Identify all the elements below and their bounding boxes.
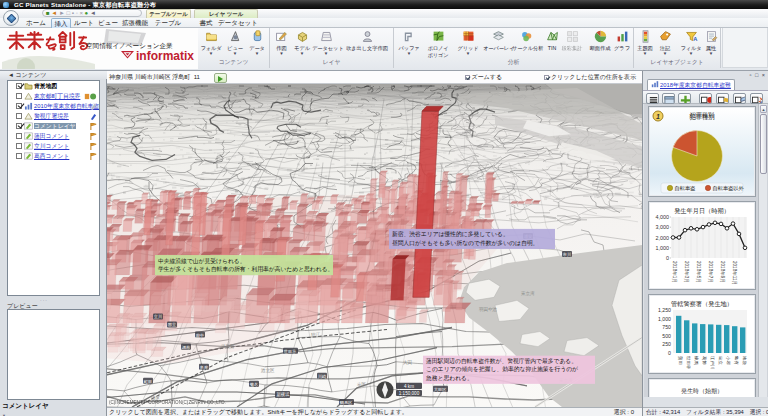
svg-text:4 km: 4 km	[404, 384, 414, 389]
svg-text:750: 750	[662, 324, 671, 330]
svg-text:informatix: informatix	[136, 49, 194, 63]
svg-text:亀有: 亀有	[734, 356, 739, 365]
svg-text:2,000: 2,000	[656, 235, 670, 241]
svg-text:港北区: 港北区	[260, 367, 275, 373]
svg-text:1,250: 1,250	[658, 307, 671, 313]
svg-text:国立: 国立	[168, 322, 177, 327]
svg-text:自転車盗: 自転車盗	[675, 185, 697, 192]
svg-text:自転車盗以外: 自転車盗以外	[713, 185, 745, 192]
svg-text:市川: 市川	[563, 252, 571, 257]
svg-text:川崎: 川崎	[318, 374, 327, 379]
svg-text:発生年月日（時期）: 発生年月日（時期）	[674, 207, 730, 215]
svg-text:新横浜: 新横浜	[276, 392, 290, 397]
svg-text:世田谷: 世田谷	[686, 356, 691, 370]
svg-text:菊名: 菊名	[250, 382, 258, 387]
svg-text:大田: 大田	[403, 360, 412, 365]
svg-text:0: 0	[668, 350, 671, 356]
svg-text:昼間人口がそもそも多い所なので件数が多いのは自明。: 昼間人口がそもそも多い所なので件数が多いのは自明。	[392, 239, 538, 247]
svg-text:葛飾: 葛飾	[702, 356, 707, 365]
svg-text:練馬: 練馬	[694, 355, 699, 365]
svg-text:狛江: 狛江	[311, 332, 320, 337]
svg-text:3,000: 3,000	[656, 224, 670, 230]
svg-text:鶴見区: 鶴見区	[340, 400, 353, 405]
svg-text:500: 500	[662, 333, 671, 339]
svg-text:足立: 足立	[718, 355, 723, 365]
svg-text:町田: 町田	[144, 379, 152, 384]
svg-text:1:150,000: 1:150,000	[399, 391, 420, 396]
svg-text:このエリアの傾向を把握し、効率的な抑止施策を行うのが: このエリアの傾向を把握し、効率的な抑止施策を行うのが	[426, 365, 578, 373]
svg-text:大田区: 大田区	[434, 387, 447, 392]
svg-text:池袋: 池袋	[742, 355, 747, 365]
svg-text:中央線沿線で山が見受けられる。: 中央線沿線で山が見受けられる。	[158, 256, 246, 264]
svg-text:世田谷: 世田谷	[284, 349, 297, 354]
svg-text:立川: 立川	[154, 314, 162, 319]
svg-text:管轄警察署（発生地）: 管轄警察署（発生地）	[671, 300, 733, 308]
svg-text:0: 0	[666, 255, 669, 261]
svg-text:調布: 調布	[182, 345, 191, 350]
svg-text:4,000: 4,000	[656, 214, 670, 220]
svg-text:羽田空港: 羽田空港	[479, 306, 497, 312]
svg-text:新宿、渋谷エリアは慢性的に多発している。: 新宿、渋谷エリアは慢性的に多発している。	[392, 230, 509, 238]
svg-text:小岩: 小岩	[726, 356, 731, 365]
svg-text:幸区: 幸区	[357, 381, 366, 387]
svg-text:(C)INCREMENT P CORPORATION(C)Z: (C)INCREMENT P CORPORATION(C)ZENRIN CO.,…	[109, 400, 226, 405]
svg-text:A: A	[693, 36, 697, 42]
svg-text:1,000: 1,000	[656, 245, 670, 251]
svg-text:250: 250	[662, 341, 671, 347]
svg-text:武蔵野: 武蔵野	[221, 344, 235, 349]
svg-text:学生が多くそもそも自転車の所有・利用率が高いためと思われる。: 学生が多くそもそも自転車の所有・利用率が高いためと思われる。	[158, 266, 333, 273]
svg-text:急務と思われる。: 急務と思われる。	[425, 375, 473, 382]
svg-text:江戸川: 江戸川	[710, 356, 715, 369]
svg-text:多摩: 多摩	[200, 365, 209, 370]
svg-text:1,000: 1,000	[658, 316, 671, 322]
svg-text:府中: 府中	[196, 333, 204, 338]
svg-text:蒲田駅周辺の自転車盗件数が、警視庁管内で最多である。: 蒲田駅周辺の自転車盗件数が、警視庁管内で最多である。	[425, 357, 577, 365]
